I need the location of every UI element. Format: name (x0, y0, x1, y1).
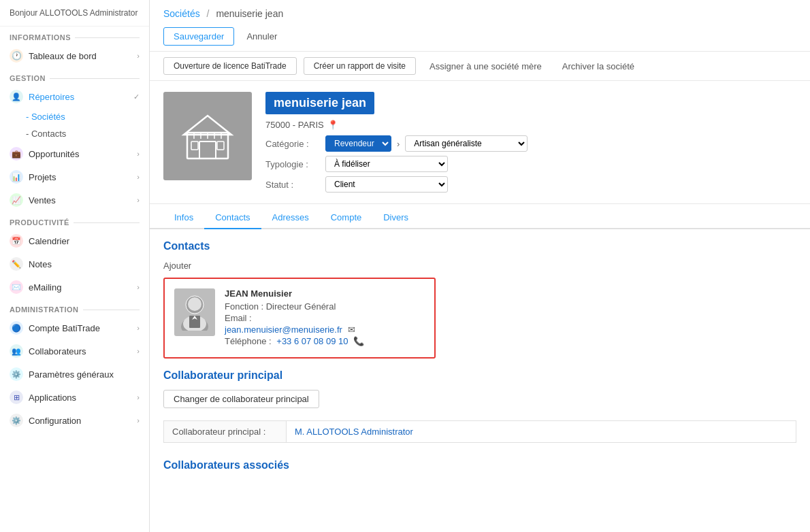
contacts-section-title: Contacts (163, 240, 796, 252)
sidebar-item-emailing[interactable]: ✉️ eMailing › (0, 276, 149, 299)
contact-phone-row: Téléphone : +33 6 07 08 09 10 📞 (225, 336, 364, 346)
chevron-right-icon: › (137, 283, 140, 291)
projets-icon: 📊 (10, 170, 23, 184)
arrow-icon: › (397, 139, 400, 149)
calendrier-icon: 📅 (10, 234, 23, 248)
collaborateur-row-value[interactable]: M. ALLOTOOLS Administrator (287, 421, 796, 442)
categorie-row: Catégorie : Revendeur › Artisan générali… (265, 135, 796, 152)
add-contact-link[interactable]: Ajouter (163, 261, 796, 271)
compte-batitrade-icon: 🔵 (10, 321, 23, 335)
chevron-right-icon: › (137, 416, 140, 425)
sidebar-item-configuration[interactable]: ⚙️ Configuration › (0, 409, 149, 432)
sidebar-item-opportunites[interactable]: 💼 Opportunités › (0, 142, 149, 165)
sidebar-section-informations: INFORMATIONS (0, 27, 149, 44)
chevron-right-icon: › (137, 52, 140, 60)
contact-details: JEAN Menuisier Fonction : Directeur Géné… (225, 288, 364, 348)
tab-infos[interactable]: Infos (163, 207, 204, 229)
tab-compte[interactable]: Compte (320, 207, 373, 229)
tab-adresses[interactable]: Adresses (261, 207, 320, 229)
archiver-button[interactable]: Archiver la société (555, 58, 641, 75)
change-collaborateur-button[interactable]: Changer de collaborateur principal (163, 390, 319, 408)
svg-point-15 (188, 297, 201, 311)
collaborateurs-icon: 👥 (10, 344, 23, 358)
chevron-right-icon: › (137, 347, 140, 355)
chevron-right-icon: › (137, 173, 140, 181)
company-address: 75000 - PARIS 📍 (265, 120, 796, 130)
contact-email-link[interactable]: jean.menuisier@menuiserie.fr (225, 325, 342, 335)
tab-divers[interactable]: Divers (372, 207, 419, 229)
contact-card[interactable]: JEAN Menuisier Fonction : Directeur Géné… (163, 278, 436, 359)
categorie-sub-select[interactable]: Artisan généraliste (405, 135, 528, 152)
save-button[interactable]: Sauvegarder (163, 27, 234, 46)
contact-fonction: Fonction : Directeur Général (225, 301, 364, 312)
collaborateur-row: Collaborateur principal : M. ALLOTOOLS A… (164, 421, 796, 442)
parametres-icon: ⚙️ (10, 367, 23, 381)
sidebar-item-parametres[interactable]: ⚙️ Paramètres généraux (0, 363, 149, 386)
statut-select[interactable]: Client (325, 176, 448, 193)
sidebar-item-notes[interactable]: ✏️ Notes (0, 252, 149, 276)
chevron-right-icon: › (137, 324, 140, 332)
categorie-label: Catégorie : (265, 139, 320, 149)
rapport-button[interactable]: Créer un rapport de visite (304, 57, 416, 75)
sidebar: Bonjour ALLOTOOLS Administrator INFORMAT… (0, 0, 150, 532)
sidebar-greeting: Bonjour ALLOTOOLS Administrator (0, 0, 149, 27)
collaborateur-table: Collaborateur principal : M. ALLOTOOLS A… (163, 420, 796, 443)
statut-label: Statut : (265, 180, 320, 190)
sidebar-item-collaborateurs[interactable]: 👥 Collaborateurs › (0, 339, 149, 363)
contact-email-row: jean.menuisier@menuiserie.fr ✉ (225, 325, 364, 335)
cancel-button[interactable]: Annuler (240, 28, 284, 45)
sidebar-item-contacts[interactable]: - Contacts (0, 125, 149, 142)
action-bar: Ouverture de licence BatiTrade Créer un … (150, 52, 810, 81)
company-fields: Catégorie : Revendeur › Artisan générali… (265, 135, 796, 193)
breadcrumb-current: menuiserie jean (216, 8, 283, 19)
opportunites-icon: 💼 (10, 147, 23, 161)
toolbar: Sauvegarder Annuler (150, 23, 810, 52)
svg-rect-4 (217, 142, 224, 150)
configuration-icon: ⚙️ (10, 414, 23, 427)
main-content: Sociétés / menuiserie jean Sauvegarder A… (150, 0, 810, 532)
sidebar-item-applications[interactable]: ⊞ Applications › (0, 386, 149, 409)
chevron-right-icon: › (137, 196, 140, 204)
company-name[interactable]: menuiserie jean (265, 92, 374, 114)
chevron-down-icon: ✓ (133, 93, 140, 101)
contact-phone-link[interactable]: +33 6 07 08 09 10 (276, 336, 348, 346)
repertoires-icon: 👤 (10, 90, 23, 103)
categorie-select[interactable]: Revendeur (325, 135, 391, 152)
content-area: menuiserie jean 75000 - PARIS 📍 Catégori… (150, 81, 810, 532)
sidebar-item-ventes[interactable]: 📈 Ventes › (0, 188, 149, 212)
sidebar-item-repertoires[interactable]: 👤 Répertoires ✓ (0, 85, 149, 108)
breadcrumb-separator: / (207, 8, 210, 19)
contact-name: JEAN Menuisier (225, 288, 364, 299)
sidebar-item-societes[interactable]: - Sociétés (0, 108, 149, 125)
statut-row: Statut : Client (265, 176, 796, 193)
chevron-right-icon: › (137, 393, 140, 401)
sidebar-item-compte-batitrade[interactable]: 🔵 Compte BatiTrade › (0, 316, 149, 339)
company-info: menuiserie jean 75000 - PARIS 📍 Catégori… (265, 92, 796, 193)
license-button[interactable]: Ouverture de licence BatiTrade (163, 57, 297, 75)
collaborateur-section: Collaborateur principal Changer de colla… (150, 369, 810, 454)
contacts-section: Contacts Ajouter (150, 229, 810, 369)
svg-rect-3 (191, 142, 198, 150)
collaborateur-row-label: Collaborateur principal : (164, 421, 287, 442)
location-pin-icon[interactable]: 📍 (327, 120, 338, 130)
contact-avatar (174, 288, 215, 336)
typologie-label: Typologie : (265, 159, 320, 169)
breadcrumb-parent[interactable]: Sociétés (163, 8, 200, 19)
company-logo (163, 92, 252, 180)
emailing-icon: ✉️ (10, 280, 23, 294)
sidebar-item-projets[interactable]: 📊 Projets › (0, 165, 149, 188)
breadcrumb: Sociétés / menuiserie jean (150, 0, 810, 23)
collaborateurs-associes-title: Collaborateurs associés (150, 454, 810, 474)
clock-icon: 🕐 (10, 49, 23, 63)
sidebar-item-tableaux-de-bord[interactable]: 🕐 Tableaux de bord › (0, 44, 149, 67)
email-icon: ✉ (348, 325, 355, 335)
typologie-select[interactable]: À fidéliser (325, 156, 448, 172)
notes-icon: ✏️ (10, 257, 23, 271)
tab-contacts[interactable]: Contacts (204, 207, 261, 229)
contact-email-label: Email : (225, 313, 364, 323)
sidebar-item-calendrier[interactable]: 📅 Calendrier (0, 229, 149, 252)
applications-icon: ⊞ (10, 390, 23, 404)
assigner-button[interactable]: Assigner à une société mère (423, 58, 549, 75)
sidebar-section-administration: ADMINISTRATION (0, 299, 149, 316)
sidebar-section-productivite: PRODUCTIVITÉ (0, 212, 149, 229)
